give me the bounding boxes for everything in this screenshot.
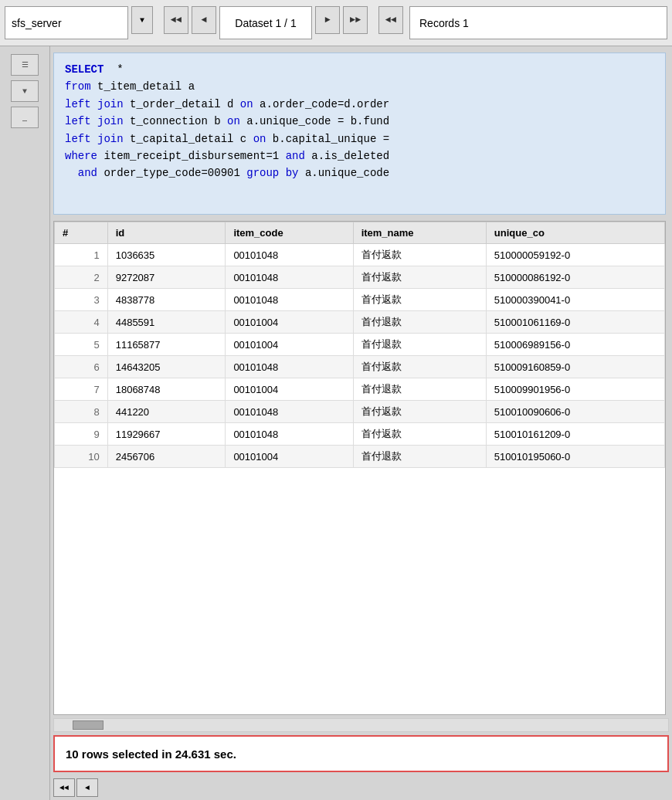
cell-item-name: 首付退款	[353, 311, 486, 334]
results-table: # id item_code item_name unique_co 1 103…	[54, 222, 665, 468]
cell-unique-co: 510010195060-0	[486, 446, 664, 468]
sql-query-area[interactable]: SELECT * from t_item_detail a left join …	[53, 53, 666, 215]
cell-item-code: 00101048	[226, 289, 353, 311]
col-header-item-name: item_name	[353, 222, 486, 244]
cell-num: 5	[55, 334, 108, 356]
cell-id: 441220	[107, 401, 226, 423]
table-row[interactable]: 9 11929667 00101048 首付返款 510010161209-0	[55, 423, 665, 446]
cell-id: 4485591	[107, 311, 226, 334]
table-row[interactable]: 4 4485591 00101004 首付退款 510001061169-0	[55, 311, 665, 334]
cell-item-code: 00101004	[226, 446, 353, 468]
table-row[interactable]: 1 1036635 00101048 首付返款 510000059192-0	[55, 244, 665, 266]
cell-unique-co: 510000059192-0	[486, 244, 664, 266]
cell-num: 10	[55, 446, 108, 468]
cell-item-code: 00101048	[226, 266, 353, 289]
cell-item-name: 首付退款	[353, 334, 486, 356]
server-name: sfs_server	[12, 17, 62, 29]
table-row[interactable]: 5 11165877 00101004 首付退款 510006989156-0	[55, 334, 665, 356]
toolbar: sfs_server ▼ ◄◄ ◄ Dataset 1 / 1 ► ►► ◄◄ …	[0, 0, 672, 46]
sidebar-btn-1[interactable]: ☰	[11, 54, 39, 76]
cell-unique-co: 510010090606-0	[486, 401, 664, 423]
cell-item-name: 首付返款	[353, 423, 486, 446]
dataset-label: Dataset 1 / 1	[219, 6, 312, 39]
sidebar-btn-3[interactable]: ⎯	[11, 107, 39, 128]
sidebar: ☰ ▼ ⎯	[0, 46, 50, 800]
table-row[interactable]: 10 2456706 00101004 首付退款 510010195060-0	[55, 446, 665, 468]
cell-unique-co: 510009160859-0	[486, 356, 664, 378]
cell-item-name: 首付返款	[353, 266, 486, 289]
cell-num: 9	[55, 423, 108, 446]
cell-num: 2	[55, 266, 108, 289]
server-dropdown-arrow[interactable]: ▼	[131, 6, 153, 34]
cell-item-name: 首付退款	[353, 378, 486, 401]
cell-unique-co: 510000086192-0	[486, 266, 664, 289]
cell-item-code: 00101004	[226, 378, 353, 401]
col-header-num: #	[55, 222, 108, 244]
cell-item-code: 00101048	[226, 401, 353, 423]
cell-unique-co: 510001061169-0	[486, 311, 664, 334]
cell-unique-co: 510000390041-0	[486, 289, 664, 311]
cell-num: 3	[55, 289, 108, 311]
table-row[interactable]: 6 14643205 00101048 首付返款 510009160859-0	[55, 356, 665, 378]
sidebar-icon-1: ☰	[22, 60, 29, 69]
bottom-nav: ◄◄ ◄	[50, 775, 672, 800]
cell-num: 8	[55, 401, 108, 423]
cell-item-name: 首付返款	[353, 289, 486, 311]
records-label: Records 1	[409, 6, 667, 39]
cell-item-name: 首付返款	[353, 244, 486, 266]
table-row[interactable]: 3 4838778 00101048 首付返款 510000390041-0	[55, 289, 665, 311]
cell-num: 6	[55, 356, 108, 378]
sidebar-icon-2: ▼	[22, 87, 27, 96]
horizontal-scrollbar[interactable]	[53, 718, 669, 732]
cell-item-code: 00101048	[226, 356, 353, 378]
main-layout: ☰ ▼ ⎯ SELECT * from t_item_detail a left…	[0, 46, 672, 800]
cell-item-code: 00101004	[226, 334, 353, 356]
bottom-nav-btn-2[interactable]: ◄	[76, 778, 98, 797]
status-message: 10 rows selected in 24.631 sec.	[66, 747, 236, 761]
col-header-unique-co: unique_co	[486, 222, 664, 244]
cell-unique-co: 510010161209-0	[486, 423, 664, 446]
cell-item-name: 首付返款	[353, 356, 486, 378]
cell-id: 1036635	[107, 244, 226, 266]
sidebar-icon-3: ⎯	[22, 114, 27, 122]
status-bar: 10 rows selected in 24.631 sec.	[53, 735, 669, 772]
results-table-container[interactable]: # id item_code item_name unique_co 1 103…	[53, 221, 666, 715]
scrollbar-thumb[interactable]	[73, 720, 104, 730]
cell-id: 14643205	[107, 356, 226, 378]
cell-num: 7	[55, 378, 108, 401]
table-row[interactable]: 8 441220 00101048 首付返款 510010090606-0	[55, 401, 665, 423]
cell-item-name: 首付返款	[353, 401, 486, 423]
cell-id: 9272087	[107, 266, 226, 289]
cell-item-code: 00101048	[226, 423, 353, 446]
cell-id: 4838778	[107, 289, 226, 311]
bottom-nav-btn-1[interactable]: ◄◄	[53, 778, 75, 797]
content-area: SELECT * from t_item_detail a left join …	[50, 46, 672, 800]
cell-num: 1	[55, 244, 108, 266]
cell-item-name: 首付退款	[353, 446, 486, 468]
server-select[interactable]: sfs_server	[5, 6, 128, 39]
nav-forward[interactable]: ►	[315, 6, 340, 34]
cell-id: 18068748	[107, 378, 226, 401]
col-header-id: id	[107, 222, 226, 244]
sidebar-btn-2[interactable]: ▼	[11, 80, 39, 102]
cell-item-code: 00101048	[226, 244, 353, 266]
cell-num: 4	[55, 311, 108, 334]
cell-id: 11929667	[107, 423, 226, 446]
cell-id: 2456706	[107, 446, 226, 468]
cell-item-code: 00101004	[226, 311, 353, 334]
col-header-item-code: item_code	[226, 222, 353, 244]
table-header-row: # id item_code item_name unique_co	[55, 222, 665, 244]
nav-prev[interactable]: ◄◄	[378, 6, 403, 34]
cell-unique-co: 510009901956-0	[486, 378, 664, 401]
nav-back-back[interactable]: ◄◄	[164, 6, 188, 34]
nav-back[interactable]: ◄	[192, 6, 216, 34]
cell-id: 11165877	[107, 334, 226, 356]
cell-unique-co: 510006989156-0	[486, 334, 664, 356]
nav-forward-forward[interactable]: ►►	[343, 6, 368, 34]
table-row[interactable]: 7 18068748 00101004 首付退款 510009901956-0	[55, 378, 665, 401]
table-row[interactable]: 2 9272087 00101048 首付返款 510000086192-0	[55, 266, 665, 289]
